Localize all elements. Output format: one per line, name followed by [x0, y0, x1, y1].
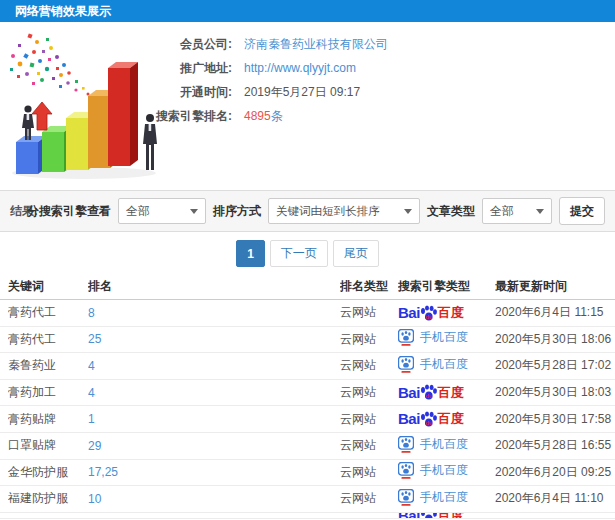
- rank-count-unit: 条: [271, 109, 283, 123]
- rank-count-value[interactable]: 4895条: [244, 108, 283, 125]
- table-row[interactable]: 膏药代工 25 云网站 手机百度 2020年5月30日 18:06: [0, 327, 615, 354]
- rank-type-cell: 云网站: [340, 411, 398, 428]
- engine-cell: 手机百度: [398, 436, 495, 456]
- baidu-mobile-badge: 手机百度: [398, 329, 468, 346]
- company-info-list: 会员公司: 济南秦鲁药业科技有限公司 推广地址: http://www.qlyy…: [90, 32, 388, 128]
- rank-type-cell: 云网站: [340, 331, 398, 348]
- baidu-du-text: du: [425, 420, 433, 426]
- updated-cell: 2020年6月20日 09:25: [495, 464, 615, 481]
- promo-url-label: 推广地址:: [90, 60, 232, 77]
- baidu-mobile-badge: 手机百度: [398, 462, 468, 479]
- table-row[interactable]: 秦鲁药业 4 云网站 手机百度 2020年5月28日 17:02: [0, 353, 615, 380]
- baidu-mobile-badge: 手机百度: [398, 489, 468, 506]
- last-page-button[interactable]: 尾页: [333, 240, 379, 267]
- sort-select[interactable]: 关键词由短到长排序: [268, 198, 420, 224]
- results-table: 关键词 排名 排名类型 搜索引擎类型 最新更新时间 膏药代工 8 云网站 Bai…: [0, 274, 615, 519]
- table-row[interactable]: 膏药贴牌 1 云网站 Bai du 百度 2020年5月30日 17:58: [0, 406, 615, 433]
- baidu-logo: Bai du 百度: [398, 411, 464, 427]
- mobile-baidu-label: 手机百度: [420, 462, 468, 479]
- open-time-label: 开通时间:: [90, 84, 232, 101]
- rank-link[interactable]: 25: [88, 332, 101, 346]
- table-row[interactable]: 福建防护服 10 云网站 手机百度 2020年6月4日 11:10: [0, 486, 615, 513]
- rank-link[interactable]: 29: [88, 439, 101, 453]
- page-1-button[interactable]: 1: [236, 240, 265, 267]
- rank-count-number: 4895: [244, 109, 271, 123]
- table-row[interactable]: 金华防护服 17,25 云网站 手机百度 2020年6月20日 09:25: [0, 460, 615, 487]
- bar-blue: [16, 136, 46, 174]
- rank-type-cell: 云网站: [340, 437, 398, 454]
- updated-cell: 2020年5月30日 18:03: [495, 384, 615, 401]
- filter-panel: 结果: 分搜索引擎查看 全部 排序方式 关键词由短到长排序 文章类型 全部 提交: [0, 190, 615, 232]
- baidu-paw-icon: [420, 513, 437, 519]
- engine-cell: 手机百度: [398, 329, 495, 349]
- sort-select-value: 关键词由短到长排序: [276, 204, 398, 219]
- article-type-label: 文章类型: [427, 203, 475, 220]
- baidu-mobile-badge: 手机百度: [398, 436, 468, 453]
- open-time-value: 2019年5月27日 09:17: [244, 84, 360, 101]
- sort-filter-label: 排序方式: [213, 203, 261, 220]
- company-label: 会员公司:: [90, 36, 232, 53]
- businessman-left: [22, 105, 34, 140]
- table-body: 膏药代工 8 云网站 Bai du 百度 2020年6月4日 11:15 膏药代…: [0, 300, 615, 513]
- updated-cell: 2020年6月4日 11:15: [495, 304, 615, 321]
- engine-cell: 手机百度: [398, 356, 495, 376]
- rank-link[interactable]: 1: [88, 412, 95, 426]
- up-arrow-icon: [32, 102, 52, 130]
- engine-cell: Bai du 百度: [398, 384, 495, 401]
- mobile-baidu-label: 手机百度: [420, 489, 468, 506]
- mobile-baidu-label: 手机百度: [420, 356, 468, 373]
- article-type-select[interactable]: 全部: [482, 198, 552, 224]
- baidu-du-text: du: [425, 393, 433, 399]
- engine-select[interactable]: 全部: [118, 198, 206, 224]
- rank-link[interactable]: 4: [88, 386, 95, 400]
- table-row[interactable]: 口罩贴牌 29 云网站 手机百度 2020年5月28日 16:55: [0, 433, 615, 460]
- rank-link[interactable]: 10: [88, 492, 101, 506]
- mobile-baidu-icon: [398, 436, 414, 453]
- baidu-paw-icon: du: [420, 384, 437, 400]
- article-type-value: 全部: [490, 203, 530, 220]
- updated-cell: 2020年5月30日 18:06: [495, 331, 615, 348]
- baidu-bai-text: Bai: [398, 385, 420, 400]
- rank-count-label: 搜索引擎排名:: [90, 108, 232, 125]
- engine-cell: Bai du 百度: [398, 411, 495, 428]
- rank-link[interactable]: 17,25: [88, 465, 118, 479]
- promo-url-link[interactable]: http://www.qlyyjt.com: [244, 61, 356, 75]
- keyword-cell: 福建防护服: [8, 490, 88, 507]
- mobile-baidu-icon: [398, 329, 414, 346]
- table-row-partial: Bai 百度: [0, 513, 615, 519]
- baidu-mobile-badge: 手机百度: [398, 356, 468, 373]
- col-header-engine-type: 搜索引擎类型: [398, 278, 495, 295]
- chevron-down-icon: [536, 209, 544, 214]
- info-row-open-time: 开通时间: 2019年5月27日 09:17: [90, 80, 388, 104]
- pagination: 1 下一页 尾页: [0, 240, 615, 267]
- baidu-bai-text: Bai: [398, 411, 420, 426]
- filter-controls: 分搜索引擎查看 全部 排序方式 关键词由短到长排序 文章类型 全部 提交: [27, 197, 605, 225]
- info-row-company: 会员公司: 济南秦鲁药业科技有限公司: [90, 32, 388, 56]
- col-header-updated: 最新更新时间: [495, 278, 615, 295]
- rank-type-cell: 云网站: [340, 464, 398, 481]
- table-header-row: 关键词 排名 排名类型 搜索引擎类型 最新更新时间: [0, 274, 615, 300]
- baidu-logo: Bai 百度: [398, 513, 464, 519]
- engine-cell: Bai du 百度: [398, 305, 495, 322]
- info-row-rank-count: 搜索引擎排名: 4895条: [90, 104, 388, 128]
- col-header-rank-type: 排名类型: [340, 278, 398, 295]
- updated-cell: 2020年6月4日 11:10: [495, 490, 615, 507]
- table-row[interactable]: 膏药加工 4 云网站 Bai du 百度 2020年5月30日 18:03: [0, 380, 615, 407]
- table-row[interactable]: 膏药代工 8 云网站 Bai du 百度 2020年6月4日 11:15: [0, 300, 615, 327]
- engine-select-value: 全部: [126, 203, 184, 220]
- submit-button[interactable]: 提交: [559, 197, 605, 225]
- next-page-button[interactable]: 下一页: [270, 240, 328, 267]
- baidu-bai-text: Bai: [398, 305, 420, 320]
- keyword-cell: 膏药贴牌: [8, 411, 88, 428]
- keyword-cell: 膏药加工: [8, 384, 88, 401]
- baidu-cn-text: 百度: [438, 386, 464, 399]
- confetti-dots: [10, 33, 95, 102]
- rank-link[interactable]: 8: [88, 306, 95, 320]
- window-title-bar: 网络营销效果展示: [0, 0, 615, 22]
- page-title: 网络营销效果展示: [0, 0, 615, 22]
- engine-filter-label: 分搜索引擎查看: [27, 203, 111, 220]
- company-name-link[interactable]: 济南秦鲁药业科技有限公司: [244, 36, 388, 53]
- rank-link[interactable]: 4: [88, 359, 95, 373]
- marketing-report-page: 网络营销效果展示: [0, 0, 615, 520]
- col-header-keyword: 关键词: [8, 278, 88, 295]
